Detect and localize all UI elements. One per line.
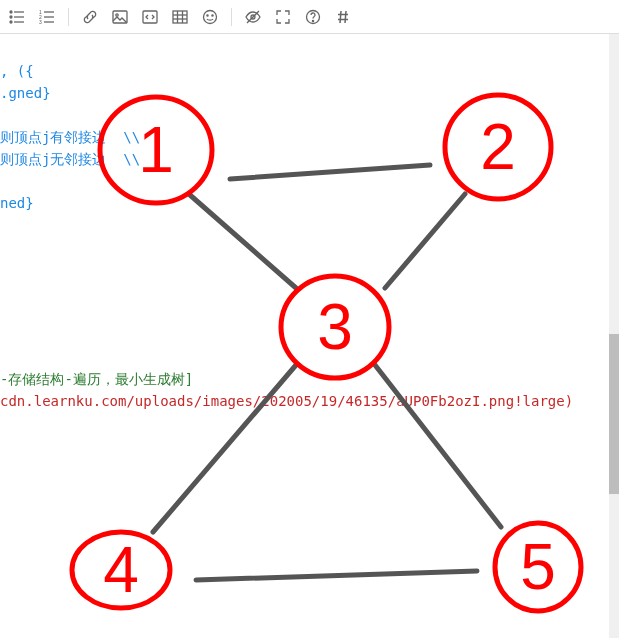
svg-point-22 bbox=[212, 14, 213, 15]
graph-edge bbox=[190, 195, 296, 288]
svg-point-26 bbox=[312, 20, 313, 21]
toolbar-separator bbox=[68, 8, 69, 26]
editor-area[interactable]: , ({ .gned} 则顶点j有邻接边 \\ 则顶点j无邻接边 \\ ned}… bbox=[0, 34, 619, 638]
svg-point-20 bbox=[204, 10, 217, 23]
graph-edge bbox=[375, 365, 501, 527]
svg-text:3: 3 bbox=[39, 19, 42, 25]
svg-point-4 bbox=[10, 16, 12, 18]
graph-node-label: 3 bbox=[317, 291, 353, 363]
graph-edge bbox=[230, 165, 430, 179]
graph-node-label: 1 bbox=[138, 114, 174, 186]
toolbar-separator bbox=[231, 8, 232, 26]
graph-edge bbox=[196, 571, 477, 580]
svg-point-5 bbox=[10, 21, 12, 23]
image-icon[interactable] bbox=[111, 8, 129, 26]
svg-point-13 bbox=[116, 13, 118, 15]
help-icon[interactable] bbox=[304, 8, 322, 26]
svg-point-3 bbox=[10, 11, 12, 13]
svg-line-30 bbox=[345, 11, 346, 23]
graph-node-label: 2 bbox=[480, 111, 516, 183]
hash-icon[interactable] bbox=[334, 8, 352, 26]
graph-node-label: 4 bbox=[103, 534, 139, 606]
visibility-off-icon[interactable] bbox=[244, 8, 262, 26]
link-icon[interactable] bbox=[81, 8, 99, 26]
emoji-icon[interactable] bbox=[201, 8, 219, 26]
ol-list-icon[interactable]: 123 bbox=[38, 8, 56, 26]
editor-toolbar: 123 bbox=[0, 0, 619, 34]
svg-line-29 bbox=[340, 11, 341, 23]
svg-rect-15 bbox=[173, 11, 187, 23]
ul-list-icon[interactable] bbox=[8, 8, 26, 26]
table-icon[interactable] bbox=[171, 8, 189, 26]
graph-edge bbox=[153, 365, 296, 532]
code-block-icon[interactable] bbox=[141, 8, 159, 26]
embedded-graph-image: 12345 bbox=[0, 34, 619, 638]
svg-point-21 bbox=[207, 14, 208, 15]
graph-node-label: 5 bbox=[520, 531, 556, 603]
graph-edge bbox=[385, 194, 465, 288]
fullscreen-icon[interactable] bbox=[274, 8, 292, 26]
